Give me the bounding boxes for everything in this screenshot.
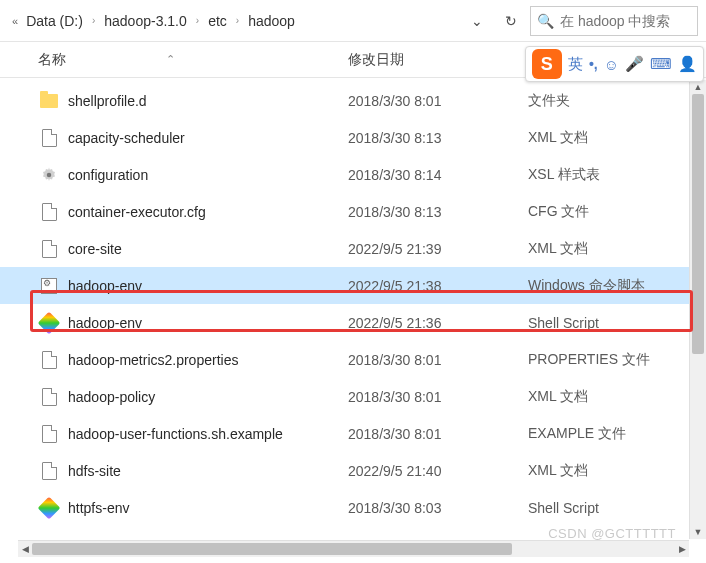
shell-script-icon [38,312,60,334]
search-box[interactable]: 🔍 [530,6,698,36]
file-name: core-site [68,241,348,257]
file-name: httpfs-env [68,500,348,516]
chevron-right-icon[interactable]: › [195,15,200,26]
file-name: hadoop-user-functions.sh.example [68,426,348,442]
ime-settings-icon[interactable]: 👤 [678,55,697,73]
column-header-name[interactable]: 名称 ⌃ [38,51,348,69]
scrollbar-thumb[interactable] [692,94,704,354]
file-type: XML 文档 [528,240,706,258]
file-row[interactable]: httpfs-env2018/3/30 8:03Shell Script [0,489,706,526]
file-type: Windows 命令脚本 [528,277,706,295]
ime-mic-icon[interactable]: 🎤 [625,55,644,73]
file-row[interactable]: hadoop-metrics2.properties2018/3/30 8:01… [0,341,706,378]
file-icon [38,460,60,482]
scroll-up-icon[interactable]: ▲ [690,80,706,94]
file-icon [38,127,60,149]
file-name: hadoop-env [68,278,348,294]
file-date: 2018/3/30 8:01 [348,426,528,442]
file-row[interactable]: hadoop-policy2018/3/30 8:01XML 文档 [0,378,706,415]
file-date: 2018/3/30 8:13 [348,130,528,146]
breadcrumb[interactable]: « Data (D:) › hadoop-3.1.0 › etc › hadoo… [8,11,458,31]
ime-language[interactable]: 英 [568,55,583,74]
file-date: 2022/9/5 21:39 [348,241,528,257]
file-row[interactable]: container-executor.cfg2018/3/30 8:13CFG … [0,193,706,230]
file-icon [38,423,60,445]
watermark: CSDN @GCTTTTTT [548,526,676,541]
file-name: hadoop-policy [68,389,348,405]
scrollbar-thumb[interactable] [32,543,512,555]
file-type: XML 文档 [528,462,706,480]
search-input[interactable] [560,13,706,29]
horizontal-scrollbar[interactable]: ◀ ▶ [18,540,689,557]
file-row[interactable]: hadoop-env2022/9/5 21:36Shell Script [0,304,706,341]
file-date: 2018/3/30 8:13 [348,204,528,220]
address-bar: « Data (D:) › hadoop-3.1.0 › etc › hadoo… [0,0,706,42]
breadcrumb-item[interactable]: hadoop [246,11,297,31]
file-name: configuration [68,167,348,183]
chevron-down-icon: ⌄ [471,13,483,29]
file-icon [38,238,60,260]
breadcrumb-item[interactable]: hadoop-3.1.0 [102,11,189,31]
ime-face-icon[interactable]: ☺ [604,56,619,73]
refresh-button[interactable]: ↻ [496,6,526,36]
gear-file-icon [38,164,60,186]
file-date: 2022/9/5 21:38 [348,278,528,294]
sort-chevron-icon: ⌃ [166,53,175,66]
file-date: 2018/3/30 8:03 [348,500,528,516]
chevron-right-icon[interactable]: › [235,15,240,26]
refresh-icon: ↻ [505,13,517,29]
file-type: EXAMPLE 文件 [528,425,706,443]
file-type: Shell Script [528,315,706,331]
vertical-scrollbar[interactable]: ▲ ▼ [689,80,706,539]
file-icon [38,386,60,408]
file-name: hadoop-metrics2.properties [68,352,348,368]
column-header-date[interactable]: 修改日期 [348,51,528,69]
file-row[interactable]: shellprofile.d2018/3/30 8:01文件夹 [0,82,706,119]
file-type: PROPERTIES 文件 [528,351,706,369]
breadcrumb-overflow-icon[interactable]: « [12,15,18,27]
file-date: 2018/3/30 8:14 [348,167,528,183]
column-header-name-label: 名称 [38,51,66,69]
file-type: XSL 样式表 [528,166,706,184]
file-date: 2022/9/5 21:40 [348,463,528,479]
file-row[interactable]: hadoop-env2022/9/5 21:38Windows 命令脚本 [0,267,706,304]
breadcrumb-item[interactable]: etc [206,11,229,31]
sogou-logo-icon[interactable]: S [532,49,562,79]
file-type: XML 文档 [528,129,706,147]
file-date: 2018/3/30 8:01 [348,93,528,109]
ime-toolbar[interactable]: S 英 •, ☺ 🎤 ⌨ 👤 [525,46,704,82]
chevron-right-icon[interactable]: › [91,15,96,26]
file-icon [38,201,60,223]
file-date: 2022/9/5 21:36 [348,315,528,331]
dropdown-button[interactable]: ⌄ [462,6,492,36]
file-row[interactable]: hdfs-site2022/9/5 21:40XML 文档 [0,452,706,489]
ime-punct-icon[interactable]: •, [589,56,598,72]
scroll-left-icon[interactable]: ◀ [18,541,32,557]
file-type: 文件夹 [528,92,706,110]
file-date: 2018/3/30 8:01 [348,389,528,405]
shell-script-icon [38,497,60,519]
scroll-right-icon[interactable]: ▶ [675,541,689,557]
file-type: XML 文档 [528,388,706,406]
file-name: capacity-scheduler [68,130,348,146]
file-type: Shell Script [528,500,706,516]
file-row[interactable]: capacity-scheduler2018/3/30 8:13XML 文档 [0,119,706,156]
file-name: hadoop-env [68,315,348,331]
file-list: shellprofile.d2018/3/30 8:01文件夹capacity-… [0,78,706,526]
file-name: shellprofile.d [68,93,348,109]
cmd-script-icon [38,275,60,297]
breadcrumb-item[interactable]: Data (D:) [24,11,85,31]
file-icon [38,349,60,371]
file-type: CFG 文件 [528,203,706,221]
file-row[interactable]: core-site2022/9/5 21:39XML 文档 [0,230,706,267]
file-name: hdfs-site [68,463,348,479]
search-icon: 🔍 [537,13,554,29]
ime-keyboard-icon[interactable]: ⌨ [650,55,672,73]
file-row[interactable]: hadoop-user-functions.sh.example2018/3/3… [0,415,706,452]
file-date: 2018/3/30 8:01 [348,352,528,368]
folder-icon [38,90,60,112]
file-name: container-executor.cfg [68,204,348,220]
scroll-down-icon[interactable]: ▼ [690,525,706,539]
file-row[interactable]: configuration2018/3/30 8:14XSL 样式表 [0,156,706,193]
